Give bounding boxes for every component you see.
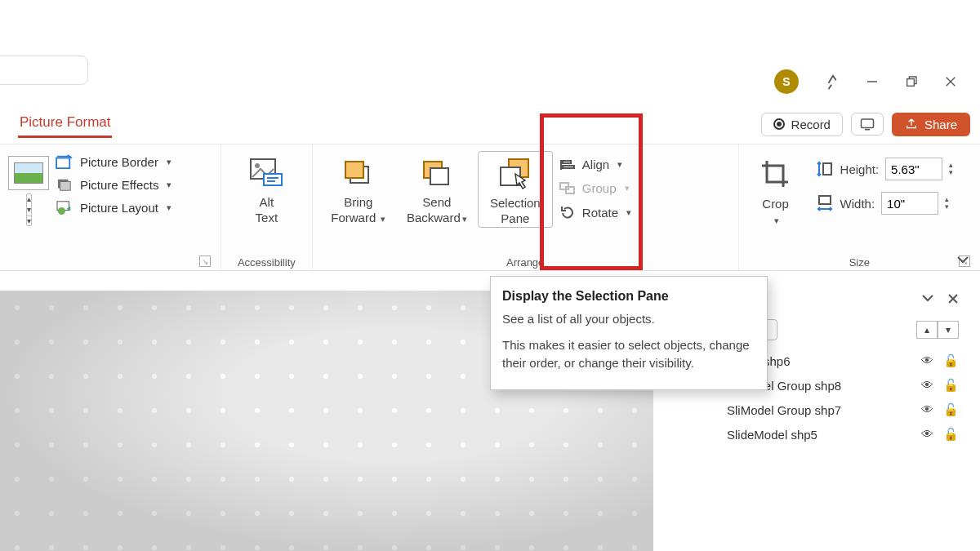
eye-icon[interactable]: 👁: [921, 378, 933, 393]
group-label-arrange: Arrange: [321, 253, 730, 270]
group-icon: [559, 182, 576, 195]
chevron-down-icon: ▾: [167, 202, 172, 213]
tooltip-line2: This makes it easier to select objects, …: [502, 336, 755, 372]
group-label-styles: ↘: [8, 265, 212, 270]
selection-pane-icon: [497, 155, 534, 193]
picture-effects-icon: [56, 177, 74, 192]
chevron-down-icon: ▾: [462, 214, 467, 224]
svg-rect-12: [264, 174, 282, 185]
svg-rect-26: [823, 163, 831, 175]
eye-icon[interactable]: 👁: [921, 427, 933, 442]
chevron-down-icon: ▾: [626, 207, 631, 218]
group-label-size: Size ↘: [747, 253, 972, 270]
coming-soon-icon[interactable]: [813, 62, 853, 101]
ribbon-collapse-button[interactable]: [956, 254, 970, 265]
height-input[interactable]: [885, 158, 942, 180]
eye-icon[interactable]: 👁: [921, 353, 933, 368]
ribbon: ▴ ▾ ▾ Picture Border▾ Picture Effects▾ P…: [0, 144, 980, 271]
svg-rect-5: [56, 158, 69, 169]
align-button[interactable]: Align▾: [559, 158, 631, 171]
send-backward-button[interactable]: SendBackward▾: [399, 151, 474, 226]
tooltip-selection-pane: Display the Selection Pane See a list of…: [490, 276, 768, 390]
align-icon: [559, 158, 576, 171]
close-pane-icon[interactable]: [947, 293, 959, 304]
svg-point-9: [58, 207, 65, 215]
share-button[interactable]: Share: [892, 113, 970, 136]
width-spinner[interactable]: ▴▾: [945, 196, 949, 211]
move-up-button[interactable]: ▴: [916, 321, 938, 339]
present-mode-button[interactable]: [851, 113, 884, 136]
alt-text-button[interactable]: AltText: [229, 151, 304, 226]
selection-pane-button[interactable]: SelectionPane: [478, 151, 553, 228]
chevron-down-icon: [956, 254, 970, 265]
chevron-down-icon: ▾: [167, 180, 172, 190]
rotate-icon: [559, 205, 576, 220]
lock-icon[interactable]: 🔓: [943, 353, 959, 368]
tooltip-title: Display the Selection Pane: [502, 287, 755, 305]
group-button: Group▾: [559, 181, 631, 195]
picture-style-thumb: [8, 156, 49, 190]
ribbon-tabstrip: Picture Format Record Share: [0, 106, 980, 142]
crop-button[interactable]: Crop▾: [747, 153, 804, 228]
group-size: Crop▾ Height: ▴▾ Width: ▴▾ Size ↘: [739, 144, 980, 270]
group-picture-styles: ▴ ▾ ▾ Picture Border▾ Picture Effects▾ P…: [0, 144, 221, 270]
svg-rect-23: [563, 166, 574, 168]
svg-point-11: [255, 163, 260, 168]
svg-rect-1: [907, 79, 915, 87]
width-icon: [816, 194, 834, 212]
svg-rect-18: [430, 168, 448, 184]
share-label: Share: [924, 118, 957, 131]
picture-border-icon: [56, 154, 74, 169]
gallery-down-icon[interactable]: ▾: [27, 205, 31, 214]
eye-icon[interactable]: 👁: [921, 402, 933, 417]
chevron-down-icon: ▾: [167, 157, 172, 167]
bring-forward-button[interactable]: BringForward ▾: [321, 151, 396, 226]
gallery-up-icon[interactable]: ▴: [27, 194, 31, 203]
bring-forward-icon: [340, 154, 377, 192]
group-accessibility: AltText Accessibility: [221, 144, 313, 270]
dialog-launcher-icon[interactable]: ↘: [199, 256, 211, 267]
chevron-down-icon: ▾: [617, 159, 622, 170]
minimize-button[interactable]: [853, 62, 892, 101]
tooltip-line1: See a list of all your objects.: [502, 310, 755, 328]
alt-text-line1: Alt: [260, 195, 274, 209]
move-down-button[interactable]: ▾: [938, 321, 959, 339]
list-item[interactable]: SliModel Group shp7 👁🔓: [727, 402, 959, 417]
alt-text-line2: Text: [256, 211, 278, 224]
lock-icon[interactable]: 🔓: [943, 402, 959, 417]
svg-rect-27: [819, 196, 831, 204]
picture-layout-button[interactable]: Picture Layout▾: [54, 200, 173, 215]
chevron-down-icon: ▾: [625, 183, 630, 193]
presenter-icon: [860, 118, 875, 131]
list-item[interactable]: SlideModel shp5 👁🔓: [727, 427, 959, 442]
gallery-more-icon[interactable]: ▾: [27, 216, 31, 225]
chevron-down-icon: ▾: [381, 214, 385, 224]
restore-button[interactable]: [892, 62, 931, 101]
width-input[interactable]: [881, 192, 938, 215]
alt-text-icon: [247, 154, 285, 192]
window-titlebar: S: [0, 57, 980, 106]
height-icon: [816, 160, 834, 178]
close-button[interactable]: [931, 62, 970, 101]
account-avatar[interactable]: S: [774, 69, 799, 94]
record-button[interactable]: Record: [761, 113, 843, 136]
picture-layout-icon: [56, 200, 74, 215]
tab-picture-format[interactable]: Picture Format: [18, 111, 112, 138]
width-field-row: Width: ▴▾: [816, 192, 954, 215]
lock-icon[interactable]: 🔓: [943, 427, 959, 442]
height-spinner[interactable]: ▴▾: [949, 162, 953, 176]
rotate-button[interactable]: Rotate▾: [559, 205, 631, 220]
collapse-pane-icon[interactable]: [921, 293, 934, 304]
svg-rect-22: [563, 161, 571, 163]
picture-style-gallery[interactable]: ▴ ▾ ▾: [8, 156, 49, 226]
picture-effects-button[interactable]: Picture Effects▾: [54, 177, 173, 192]
send-backward-icon: [418, 154, 456, 192]
group-arrange: BringForward ▾ SendBackward▾ SelectionPa…: [313, 144, 739, 270]
svg-rect-4: [861, 119, 873, 128]
record-dot-icon: [773, 118, 785, 130]
lock-icon[interactable]: 🔓: [943, 378, 959, 393]
picture-border-button[interactable]: Picture Border▾: [54, 154, 173, 169]
svg-rect-7: [60, 181, 71, 190]
crop-icon: [757, 156, 795, 193]
avatar-initial: S: [782, 75, 790, 88]
